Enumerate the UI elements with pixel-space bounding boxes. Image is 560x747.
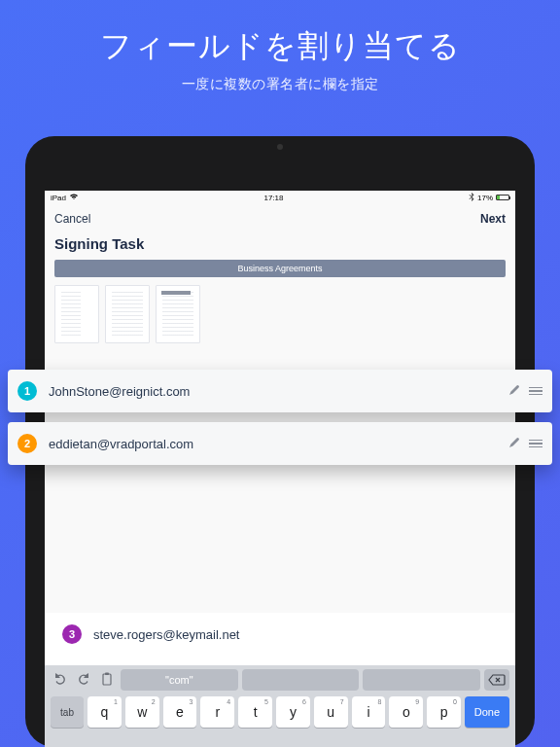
edit-icon[interactable] — [508, 436, 521, 452]
bluetooth-icon — [469, 193, 474, 203]
marketing-subhead: 一度に複数の署名者に欄を指定 — [0, 76, 560, 93]
clipboard-icon[interactable] — [97, 672, 117, 689]
key-e[interactable]: e3 — [163, 696, 197, 728]
key-r[interactable]: r4 — [200, 696, 234, 728]
done-key[interactable]: Done — [465, 696, 509, 728]
suggestion-bar: "com" — [121, 669, 480, 691]
cancel-button[interactable]: Cancel — [54, 212, 90, 226]
backspace-key[interactable] — [484, 669, 509, 691]
edit-icon[interactable] — [508, 383, 521, 400]
redo-icon[interactable] — [74, 672, 93, 688]
suggestion[interactable] — [363, 669, 480, 691]
drag-handle-icon[interactable] — [529, 440, 542, 448]
signer-email: JohnStone@reignict.com — [49, 384, 500, 399]
signer-badge: 1 — [18, 381, 37, 401]
page-title: Signing Task — [45, 233, 515, 260]
drag-handle-icon[interactable] — [529, 387, 542, 396]
page-thumb[interactable] — [54, 285, 99, 343]
key-q[interactable]: q1 — [88, 696, 122, 728]
signer-badge: 2 — [18, 434, 37, 453]
wifi-icon — [69, 193, 79, 202]
page-thumb[interactable] — [105, 285, 150, 343]
page-thumbnails — [45, 277, 515, 357]
signer-row[interactable]: 3 steve.rogers@keymail.net — [45, 613, 515, 656]
signer-email: steve.rogers@keymail.net — [93, 627, 498, 642]
status-bar: iPad 17:18 17% — [45, 191, 515, 204]
battery-icon — [496, 195, 509, 200]
key-o[interactable]: o9 — [389, 696, 423, 728]
key-t[interactable]: t5 — [238, 696, 272, 728]
battery-pct: 17% — [477, 194, 493, 202]
signer-badge: 3 — [62, 624, 82, 644]
signer-row[interactable]: 2 eddietan@vradportal.com — [8, 422, 552, 465]
svg-rect-0 — [103, 674, 111, 685]
key-i[interactable]: i8 — [352, 696, 386, 728]
key-p[interactable]: p0 — [427, 696, 461, 728]
key-row: tab q1 w2 e3 r4 t5 y6 u7 i8 o9 p0 Done — [45, 694, 515, 729]
next-button[interactable]: Next — [480, 212, 506, 226]
suggestion[interactable]: "com" — [121, 669, 238, 691]
svg-rect-1 — [105, 672, 109, 675]
document-banner: Business Agreements — [54, 260, 506, 277]
marketing-headline: フィールドを割り当てる — [0, 0, 560, 68]
clock: 17:18 — [79, 194, 469, 202]
signer-email: eddietan@vradportal.com — [49, 437, 500, 451]
keyboard-toolbar: "com" — [45, 665, 515, 694]
keyboard: "com" tab q1 w2 e3 r4 t5 y6 u7 i8 o9 p0 … — [45, 665, 515, 747]
signer-row[interactable]: 1 JohnStone@reignict.com — [8, 370, 552, 412]
camera-lens — [277, 144, 283, 150]
tab-key[interactable]: tab — [51, 696, 84, 728]
page-thumb[interactable] — [156, 285, 200, 343]
undo-icon[interactable] — [51, 672, 70, 688]
key-u[interactable]: u7 — [314, 696, 348, 728]
device-label: iPad — [51, 194, 66, 202]
key-y[interactable]: y6 — [276, 696, 310, 728]
suggestion[interactable] — [242, 669, 360, 691]
nav-bar: Cancel Next — [45, 204, 515, 233]
key-w[interactable]: w2 — [125, 696, 159, 728]
